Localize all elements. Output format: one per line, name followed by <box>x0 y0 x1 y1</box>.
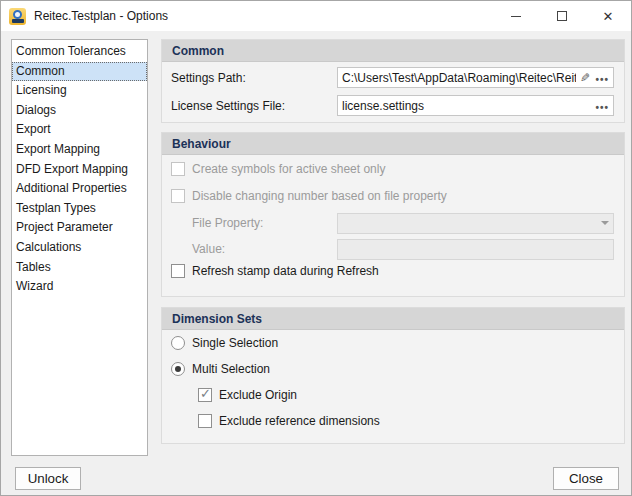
title-bar: Reitec.Testplan - Options ✕ <box>1 1 631 31</box>
maximize-icon <box>557 11 567 21</box>
radio-multi-selection-label: Multi Selection <box>192 362 270 376</box>
checkbox-exclude-reference-label: Exclude reference dimensions <box>219 414 380 428</box>
group-common: Common Settings Path: C:\Users\Test\AppD… <box>161 39 625 123</box>
checkbox-refresh-stamp-label: Refresh stamp data during Refresh <box>192 264 379 278</box>
sidebar-item-calculations[interactable]: Calculations <box>12 238 147 258</box>
checkbox-refresh-stamp-box[interactable] <box>171 264 185 278</box>
sidebar-item-export-mapping[interactable]: Export Mapping <box>12 140 147 160</box>
license-file-value: license.settings <box>342 99 595 113</box>
close-button[interactable]: Close <box>553 467 619 490</box>
file-property-dropdown <box>337 213 614 234</box>
maximize-button[interactable] <box>539 1 585 31</box>
radio-single-selection[interactable]: Single Selection <box>171 336 278 350</box>
minimize-button[interactable] <box>493 1 539 31</box>
app-icon-ring <box>13 10 22 19</box>
value-label: Value: <box>192 242 225 256</box>
sidebar-item-dialogs[interactable]: Dialogs <box>12 101 147 121</box>
close-icon: ✕ <box>603 10 614 23</box>
options-dialog: Reitec.Testplan - Options ✕ Common Toler… <box>0 0 632 496</box>
license-file-browse-icon[interactable]: ••• <box>595 99 609 113</box>
sidebar-item-additional-properties[interactable]: Additional Properties <box>12 179 147 199</box>
sidebar-item-common[interactable]: Common <box>12 62 147 82</box>
checkbox-create-symbols-box <box>171 162 185 176</box>
checkbox-create-symbols-label: Create symbols for active sheet only <box>192 162 385 176</box>
sidebar-item-project-parameter[interactable]: Project Parameter <box>12 218 147 238</box>
sidebar-item-testplan-types[interactable]: Testplan Types <box>12 199 147 219</box>
license-file-label: License Settings File: <box>171 99 285 113</box>
minimize-icon <box>511 16 521 17</box>
checkbox-exclude-reference-box[interactable] <box>198 414 212 428</box>
unlock-button[interactable]: Unlock <box>15 467 81 490</box>
radio-multi-selection[interactable]: Multi Selection <box>171 362 270 376</box>
sidebar-list[interactable]: Common TolerancesCommonLicensingDialogsE… <box>11 39 148 456</box>
group-behaviour-header: Behaviour <box>162 133 624 155</box>
group-behaviour: Behaviour Create symbols for active shee… <box>161 132 625 297</box>
edit-pencil-icon[interactable]: ✎ <box>580 71 590 85</box>
checkbox-disable-changing: Disable changing number based on file pr… <box>171 189 447 203</box>
checkbox-disable-changing-box <box>171 189 185 203</box>
sidebar-item-common-tolerances[interactable]: Common Tolerances <box>12 42 147 62</box>
sidebar-item-export[interactable]: Export <box>12 120 147 140</box>
dropdown-arrow-icon <box>601 221 609 225</box>
sidebar-item-wizard[interactable]: Wizard <box>12 277 147 297</box>
checkbox-exclude-reference[interactable]: Exclude reference dimensions <box>198 414 380 428</box>
settings-path-browse-icon[interactable]: ••• <box>595 71 609 85</box>
checkbox-disable-changing-label: Disable changing number based on file pr… <box>192 189 447 203</box>
window-title: Reitec.Testplan - Options <box>34 9 168 23</box>
settings-path-value: C:\Users\Test\AppData\Roaming\Reitec\Rei… <box>342 71 576 85</box>
close-window-button[interactable]: ✕ <box>585 1 631 31</box>
group-dimension-sets-header: Dimension Sets <box>162 308 624 330</box>
settings-path-label: Settings Path: <box>171 71 246 85</box>
app-icon <box>9 8 26 25</box>
group-common-header: Common <box>162 40 624 62</box>
settings-path-input[interactable]: C:\Users\Test\AppData\Roaming\Reitec\Rei… <box>337 67 614 88</box>
app-icon-base <box>12 19 24 23</box>
radio-multi-selection-circle[interactable] <box>171 362 185 376</box>
window-controls: ✕ <box>493 1 631 31</box>
sidebar-item-dfd-export-mapping[interactable]: DFD Export Mapping <box>12 160 147 180</box>
sidebar-item-tables[interactable]: Tables <box>12 258 147 278</box>
license-file-input[interactable]: license.settings ••• <box>337 95 614 116</box>
checkbox-exclude-origin[interactable]: ✓ Exclude Origin <box>198 388 297 402</box>
check-icon: ✓ <box>200 386 211 401</box>
sidebar-item-licensing[interactable]: Licensing <box>12 81 147 101</box>
radio-single-selection-circle[interactable] <box>171 336 185 350</box>
group-dimension-sets: Dimension Sets Single Selection Multi Se… <box>161 307 625 444</box>
checkbox-create-symbols: Create symbols for active sheet only <box>171 162 385 176</box>
checkbox-exclude-origin-box[interactable]: ✓ <box>198 388 212 402</box>
checkbox-refresh-stamp[interactable]: Refresh stamp data during Refresh <box>171 264 379 278</box>
file-property-label: File Property: <box>192 216 263 230</box>
radio-single-selection-label: Single Selection <box>192 336 278 350</box>
value-input <box>337 239 614 260</box>
checkbox-exclude-origin-label: Exclude Origin <box>219 388 297 402</box>
